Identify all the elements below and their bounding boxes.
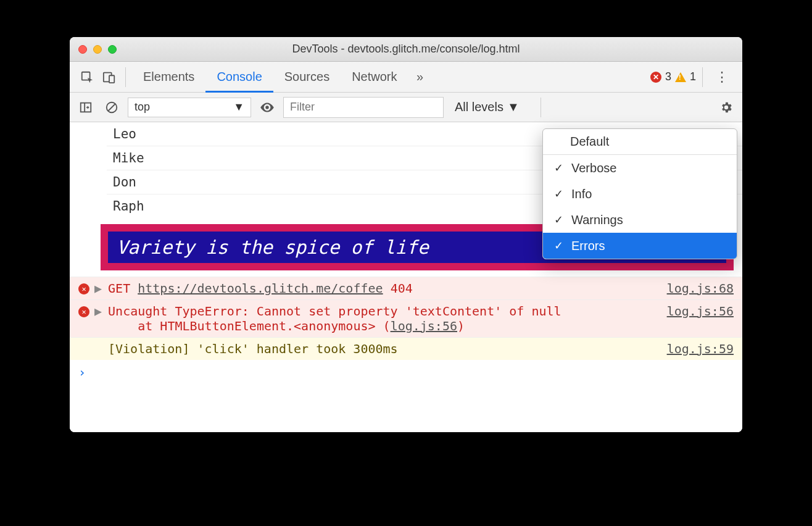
error-icon: ✕ (78, 306, 89, 317)
checkmark-icon: ✓ (554, 213, 565, 227)
device-toolbar-icon[interactable] (99, 67, 119, 87)
levels-menu-errors[interactable]: ✓ Errors (543, 233, 737, 259)
stack-suffix: ) (457, 319, 465, 333)
checkmark-icon: ✓ (554, 239, 565, 253)
levels-menu-info[interactable]: ✓ Info (543, 181, 737, 207)
window-controls (78, 45, 117, 54)
console-settings-icon[interactable] (716, 98, 736, 117)
source-link[interactable]: log.js:56 (667, 304, 734, 319)
chevron-down-icon: ▼ (507, 100, 520, 114)
stack-prefix: at HTMLButtonElement.<anonymous> ( (138, 319, 390, 333)
chevron-down-icon: ▼ (233, 101, 244, 114)
devtools-window: DevTools - devtools.glitch.me/console/lo… (70, 37, 742, 432)
error-badge-icon: ✕ (650, 72, 661, 83)
execution-context-selector[interactable]: top ▼ (128, 98, 251, 117)
console-violation-row: [Violation] 'click' handler took 3000ms … (70, 337, 742, 360)
disclosure-triangle-icon[interactable]: ▶ (94, 304, 102, 319)
warning-badge-icon (675, 72, 686, 82)
zoom-window-button[interactable] (108, 45, 117, 54)
log-levels-menu: Default ✓ Verbose ✓ Info ✓ Warnings ✓ Er… (542, 128, 737, 259)
source-link[interactable]: log.js:59 (667, 341, 734, 356)
divider (702, 67, 703, 87)
violation-text: [Violation] 'click' handler took 3000ms (108, 341, 662, 356)
titlebar: DevTools - devtools.glitch.me/console/lo… (70, 37, 742, 62)
levels-menu-verbose[interactable]: ✓ Verbose (543, 155, 737, 181)
error-text: Uncaught TypeError: Cannot set property … (108, 304, 561, 319)
panel-tabs: Elements Console Sources Network (132, 62, 408, 93)
levels-menu-default[interactable]: Default (543, 129, 737, 155)
more-tabs-button[interactable]: » (411, 70, 429, 84)
tab-sources[interactable]: Sources (273, 62, 341, 93)
inspect-element-icon[interactable] (77, 67, 97, 87)
checkmark-icon: ✓ (554, 187, 565, 201)
source-link[interactable]: log.js:68 (667, 281, 734, 296)
settings-menu-button[interactable]: ⋮ (709, 69, 735, 85)
menu-label: Verbose (571, 161, 616, 175)
console-error-row: ✕ ▶ GET https://devtools.glitch.me/coffe… (70, 277, 742, 299)
issue-counter[interactable]: ✕ 3 1 (650, 70, 696, 83)
error-icon: ✕ (78, 283, 89, 294)
main-toolbar: Elements Console Sources Network » ✕ 3 1… (70, 62, 742, 93)
stack-source-link[interactable]: log.js:56 (391, 319, 457, 333)
error-count: 3 (665, 70, 671, 83)
prompt-chevron-icon: › (78, 365, 86, 380)
divider (125, 67, 126, 87)
close-window-button[interactable] (78, 45, 87, 54)
divider (541, 98, 541, 117)
menu-label: Info (571, 187, 592, 201)
console-prompt[interactable]: › (70, 360, 742, 385)
levels-label: All levels (455, 100, 503, 114)
minimize-window-button[interactable] (93, 45, 102, 54)
http-status: 404 (391, 281, 413, 296)
window-title: DevTools - devtools.glitch.me/console/lo… (70, 43, 742, 56)
levels-menu-warnings[interactable]: ✓ Warnings (543, 207, 737, 233)
toggle-sidebar-icon[interactable] (76, 98, 96, 117)
filter-input[interactable] (283, 97, 444, 118)
menu-label: Default (570, 135, 609, 149)
console-error-row: ✕ ▶ Uncaught TypeError: Cannot set prope… (70, 299, 742, 337)
checkmark-icon: ✓ (554, 161, 565, 175)
svg-rect-3 (81, 102, 91, 112)
clear-console-icon[interactable] (102, 98, 122, 117)
error-message: GET https://devtools.glitch.me/coffee 40… (108, 281, 662, 296)
tab-network[interactable]: Network (341, 62, 408, 93)
context-value: top (135, 101, 150, 114)
svg-rect-2 (109, 75, 114, 83)
menu-label: Errors (571, 239, 605, 253)
error-message: Uncaught TypeError: Cannot set property … (108, 304, 662, 333)
http-method: GET (108, 281, 130, 296)
live-expression-icon[interactable] (257, 98, 277, 117)
log-levels-dropdown[interactable]: All levels ▼ (450, 100, 524, 114)
menu-label: Warnings (571, 213, 623, 227)
console-toolbar: top ▼ All levels ▼ (70, 93, 742, 122)
tab-console[interactable]: Console (205, 62, 273, 93)
request-url-link[interactable]: https://devtools.glitch.me/coffee (138, 281, 383, 296)
tab-elements[interactable]: Elements (132, 62, 205, 93)
disclosure-triangle-icon[interactable]: ▶ (94, 281, 102, 296)
warning-count: 1 (690, 70, 696, 83)
